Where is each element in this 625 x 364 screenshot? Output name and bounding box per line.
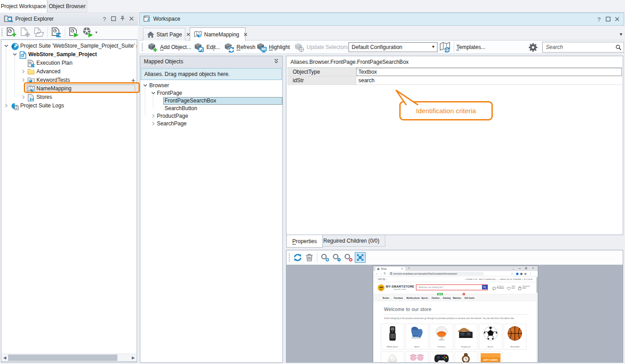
edit-button[interactable]: Edit... [194, 40, 220, 54]
fit-to-window-button[interactable] [355, 252, 366, 263]
close-button[interactable] [128, 16, 134, 22]
expand-chevron-icon[interactable] [151, 121, 156, 126]
project-tree-item[interactable]: Project Suite Logs [1, 102, 137, 110]
zoom-reset-button[interactable] [343, 252, 354, 263]
main-tab-bar: Project WorkspaceObject Browser [0, 0, 625, 13]
nav-item: Furniture [394, 297, 403, 299]
identification-grid: ObjectTypeTextboxidStrsearch [287, 67, 622, 85]
expand-chevron-icon[interactable] [21, 95, 26, 99]
combobox-caret-icon[interactable]: ▾ [432, 44, 434, 49]
toolbar-grip[interactable] [1, 28, 3, 36]
extension-icon [516, 273, 518, 275]
aliases-tree-item[interactable]: FrontPageSearchBox [140, 97, 282, 105]
search-input[interactable]: Search [542, 42, 624, 53]
add-object-button[interactable]: Add Object... [147, 40, 191, 54]
properties-panel: Aliases.Browser.FrontPage.FrontPageSearc… [286, 56, 623, 235]
product-image-basketball [504, 326, 527, 342]
intro-paragraph: Online shopping is the process consumers… [384, 317, 532, 320]
scrollbar-thumb[interactable] [8, 355, 117, 361]
new-item-button[interactable] [18, 27, 31, 38]
aliases-tree-item[interactable]: SearchPage [140, 120, 282, 128]
store-brand: MY-SMARTSTORE [386, 285, 414, 288]
expand-chevron-icon[interactable] [21, 78, 26, 82]
update-selectors-button[interactable]: Update Selectors [294, 40, 348, 54]
organize-execution-plan-button[interactable] [49, 27, 63, 38]
run-project-suite-button[interactable]: ▾ [81, 27, 99, 38]
zoom-in-button[interactable] [320, 252, 330, 263]
expand-chevron-icon[interactable] [21, 69, 26, 74]
zoom-out-button[interactable] [331, 252, 342, 263]
float-button[interactable] [605, 16, 611, 23]
main-tab-project-workspace[interactable]: Project Workspace [0, 0, 47, 13]
tab-properties[interactable]: Properties [286, 235, 323, 248]
aliases-tree-item[interactable]: ProductPage [140, 112, 282, 120]
doc-tab-label: Start Page [156, 31, 182, 38]
expand-chevron-icon[interactable] [151, 114, 156, 118]
product-card [455, 351, 478, 362]
account-item: ShoppingCart [518, 285, 530, 292]
close-tab-icon[interactable]: ✕ [243, 31, 248, 38]
product-card: Sports [406, 324, 429, 350]
collapse-chevron-icon[interactable] [274, 58, 279, 65]
map-refresh-button[interactable] [439, 40, 451, 54]
help-button[interactable]: ? [596, 16, 602, 23]
horizontal-scrollbar[interactable]: ◀ ▶ [1, 354, 137, 362]
refresh-button[interactable]: Refresh [224, 40, 255, 54]
tree-item-label: Project Suite 'WebStore_Sample_Project_S… [20, 42, 137, 50]
property-value[interactable]: search [357, 76, 622, 84]
close-button[interactable] [614, 16, 620, 23]
browser-urlbar: ← → ↻ services.smartbear.com/samples/Tes… [373, 271, 538, 276]
toolbar-grip[interactable] [141, 43, 143, 51]
project-tree-item[interactable]: Advanced [1, 67, 137, 76]
collapse-chevron-icon[interactable] [151, 91, 156, 95]
open-item-button[interactable] [31, 27, 45, 38]
pin-button[interactable] [119, 16, 125, 22]
project-tree-item[interactable]: Project Suite 'WebStore_Sample_Project_S… [1, 42, 137, 50]
heart-icon [507, 285, 511, 292]
product-label: Basketball [504, 346, 527, 348]
run-project-button[interactable] [67, 27, 81, 38]
toolbar-separator [47, 27, 48, 37]
product-card: Mobile phone [381, 324, 404, 350]
preview-area: Shop ✕ + ⌄ ✕ ← → ↻ services.smartbear.co… [286, 265, 623, 362]
collapse-chevron-icon[interactable] [13, 52, 17, 57]
property-row[interactable]: ObjectTypeTextbox [287, 68, 622, 76]
help-button[interactable]: ? [101, 16, 107, 22]
main-tab-object-browser[interactable]: Object Browser [47, 0, 87, 13]
tab-required-children[interactable]: Required Children (0/0) [317, 235, 385, 247]
workspace-header: Workspace ? [139, 13, 624, 26]
templates-button[interactable]: Templates... [456, 40, 486, 54]
project-tree-item[interactable]: Stores [1, 93, 137, 102]
dropdown-caret-icon[interactable]: ▾ [95, 30, 98, 35]
aliases-tree-item[interactable]: FrontPage [140, 89, 282, 97]
doc-tab-namemapping[interactable]: NameMapping✕ [190, 27, 246, 41]
aliases-tree-item[interactable]: Browser [140, 82, 282, 89]
aliases-banner: Aliases. Drag mapped objects here. [141, 68, 282, 80]
property-name: ObjectType [287, 68, 356, 76]
tab-list-dropdown-icon[interactable]: ▾ [620, 31, 622, 37]
aliases-tree-item[interactable]: SearchButton [140, 105, 282, 112]
favicon [377, 268, 379, 270]
doc-tab-start-page[interactable]: Start Page✕ [143, 28, 185, 40]
toolbar-grip[interactable] [288, 253, 290, 262]
project-explorer-panel: Project Explorer ? ▾ Project Suite 'WebS… [0, 13, 138, 364]
refresh-button[interactable] [292, 252, 303, 263]
project-tree-item[interactable]: WebStore_Sample_Project [1, 50, 137, 59]
scroll-right-arrow[interactable]: ▶ [132, 355, 135, 360]
namemap-tab-icon [194, 31, 202, 38]
property-row[interactable]: idStrsearch [287, 76, 622, 85]
float-button[interactable] [110, 16, 116, 22]
tree-item-label: Stores [36, 93, 52, 102]
project-explorer-title: Project Explorer [15, 16, 54, 22]
highlight-button[interactable]: Highlight [256, 40, 290, 54]
scroll-left-arrow[interactable]: ◀ [3, 355, 6, 360]
delete-button[interactable] [304, 252, 315, 263]
property-value[interactable]: Textbox [357, 68, 622, 76]
collapse-chevron-icon[interactable] [4, 44, 9, 48]
collapse-chevron-icon[interactable] [143, 83, 147, 88]
expand-chevron-icon[interactable] [4, 103, 9, 108]
add-new-item-button[interactable] [4, 27, 18, 38]
settings-gear-button[interactable] [529, 40, 537, 54]
configuration-combobox[interactable]: Default Configuration▾ [348, 42, 438, 52]
project-tree-item[interactable]: Execution Plan [1, 59, 137, 67]
